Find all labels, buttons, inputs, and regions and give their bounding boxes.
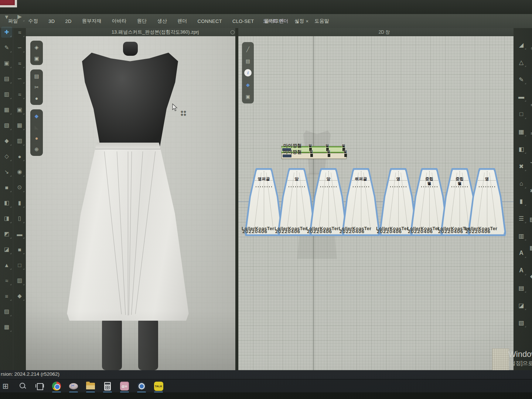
text-tool-icon[interactable]: A [516, 248, 527, 259]
tack-pin-icon[interactable]: ◇ [1, 151, 12, 162]
curve-edit-icon[interactable]: ≈ [14, 89, 25, 100]
task-view-button[interactable] [34, 381, 45, 392]
info-icon[interactable]: i [243, 68, 252, 77]
menu-item[interactable]: 원부자재 [77, 18, 107, 24]
avatar-head-icon[interactable]: ● [32, 133, 41, 143]
transform-pattern-icon[interactable]: ◢ [516, 39, 527, 50]
menu-item[interactable]: 도움말 [309, 18, 334, 24]
cloth-dark-icon[interactable]: ◣ [32, 122, 41, 132]
menu-item[interactable]: 2D [60, 18, 76, 24]
sew-scissors-icon[interactable]: ✂ [32, 82, 41, 92]
free-sewing-icon[interactable]: ▦ [1, 104, 12, 115]
fold-garment-icon[interactable]: ◪ [516, 300, 527, 311]
garment-fit-icon[interactable]: ▣ [1, 58, 12, 69]
arrange-garment-icon[interactable]: ■ [1, 182, 12, 193]
move-transform-icon[interactable]: ✚ [1, 27, 12, 38]
viewport-2d[interactable]: ╱▤i◆▣ 마이깡철 얼 얼 절 마이깡철 얼 얼 절 [238, 36, 514, 370]
menu-item[interactable]: 생산 [152, 18, 172, 24]
curve-smooth-icon[interactable]: ≈ [14, 58, 25, 69]
pin-garment-icon[interactable]: ▣ [32, 54, 41, 63]
calculator-icon[interactable] [102, 381, 113, 392]
ruler-icon[interactable]: ☰ [516, 213, 527, 224]
trace-pattern-icon[interactable]: □ [516, 109, 527, 120]
fit-mannequin-icon[interactable]: ▧ [1, 120, 12, 131]
pair-garment-icon[interactable]: ◧ [1, 197, 12, 208]
fabric-panel-icon[interactable]: ■ [14, 244, 25, 255]
zipper-icon[interactable]: ▮ [14, 197, 25, 208]
puller-icon[interactable]: ◆ [14, 290, 25, 301]
wave-stitch-icon[interactable]: ∽ [527, 157, 532, 168]
snipping-tool-icon[interactable] [68, 381, 79, 392]
texture-garment-icon[interactable]: ▦ [14, 120, 25, 131]
button-icon[interactable]: ● [14, 151, 25, 162]
zip-garment-icon[interactable]: ▨ [1, 306, 12, 317]
book-fold-icon[interactable]: ◨ [1, 213, 12, 224]
show-pattern-icon[interactable]: ▣ [243, 92, 252, 101]
start-button[interactable]: ⊞ [0, 381, 11, 392]
menu-item[interactable]: 수정 [23, 18, 44, 24]
pen-tool-icon[interactable]: ╱ [243, 45, 252, 54]
panel-divider[interactable] [235, 28, 238, 370]
fabric-2d-icon[interactable]: ◆ [243, 80, 252, 89]
segment-sewing-icon[interactable]: ▥ [1, 89, 12, 100]
menu-item[interactable]: 3D [43, 18, 60, 24]
sew-config-icon[interactable]: ✱ [527, 185, 532, 196]
gizmo-cube-icon[interactable]: ◈ [32, 42, 41, 52]
skirt-gore-pattern[interactable]: 앞 LollerKoasTer 20220406 [310, 169, 347, 235]
jacket-icon[interactable]: ◩ [1, 228, 12, 239]
render-tab[interactable]: 도식화 렌더 ↘ × [263, 14, 308, 28]
stitch-dots-icon[interactable]: ⋮ [527, 71, 532, 82]
menu-item[interactable]: CLO-SET [227, 18, 259, 24]
clo3d-icon[interactable] [136, 381, 147, 392]
comb-ruler-icon[interactable]: ▥ [516, 230, 527, 241]
knit-icon[interactable]: ◆ [527, 270, 532, 282]
pleat-panel-icon[interactable]: ▤ [516, 282, 527, 293]
sewing-machine-icon[interactable]: ▤ [1, 73, 12, 84]
show-garment-2d-icon[interactable]: ▤ [243, 57, 252, 65]
buttonhole-icon[interactable]: ◉ [14, 166, 25, 177]
dash-line-icon[interactable]: ≈ [527, 100, 532, 111]
title-option-icon[interactable] [231, 30, 235, 34]
pleat-stack-icon[interactable]: ▤ [527, 214, 532, 225]
grading-grid-icon[interactable]: ▦ [516, 126, 527, 137]
file-explorer-icon[interactable] [85, 381, 96, 392]
pen-curve-icon[interactable]: ✎ [1, 42, 12, 53]
pattern-dark-icon[interactable]: ▬ [516, 91, 527, 102]
export-fold-icon[interactable]: ↘ [1, 166, 12, 177]
curve-pin-icon[interactable]: ∽ [14, 73, 25, 84]
curve-tool-icon[interactable]: ≈ [14, 27, 25, 38]
lock-fastener-icon[interactable]: ⊙ [14, 182, 25, 193]
clone-pattern-icon[interactable]: ◧ [516, 143, 527, 154]
steamer-icon[interactable]: ▣ [14, 104, 25, 115]
zipper-alt-icon[interactable]: ▯ [14, 213, 25, 224]
unfold-cross-icon[interactable]: ✖ [516, 161, 527, 172]
simulate-icon[interactable]: ▼ [1, 11, 12, 22]
show-avatar-icon[interactable]: ● [32, 93, 41, 103]
zoom-icon[interactable]: ○ [527, 43, 532, 54]
collapse-icon[interactable]: ↘ [295, 18, 299, 24]
skirt-gore-pattern[interactable]: 앞 LollerKoasTer 20220406 [278, 169, 315, 235]
tshirt-icon[interactable]: ◪ [1, 244, 12, 255]
curve-cut-icon[interactable]: ∽ [14, 42, 25, 53]
zigzag-icon[interactable]: ≈ [527, 128, 532, 139]
menu-item[interactable]: 원단 [132, 18, 152, 24]
menu-item[interactable]: CONNECT [192, 18, 227, 24]
globe-icon[interactable]: ⊕ [32, 144, 41, 154]
viewport-3d[interactable]: ◈▣ ▤✂● ◆◣●⊕ ◆◆ ◆◆ [26, 36, 235, 370]
garment-lift-icon[interactable]: ▲ [1, 259, 12, 270]
edit-pattern-icon[interactable]: △ [516, 57, 527, 68]
zip-garment-alt-icon[interactable]: ▩ [1, 321, 12, 332]
fabric-roll-icon[interactable]: ▮ [516, 195, 527, 207]
kakaotalk-icon[interactable]: TALK [153, 381, 164, 392]
pattern-outline-icon[interactable]: ⌂ [516, 178, 527, 189]
texture-garment-alt-icon[interactable]: ▥ [14, 135, 25, 146]
search-button[interactable] [17, 381, 28, 392]
chrome-icon[interactable] [51, 381, 62, 392]
close-icon[interactable]: × [306, 18, 309, 24]
fabric-panel-alt-icon[interactable]: □ [14, 259, 25, 270]
capture-app-icon[interactable]: α+ [119, 381, 130, 392]
text-style-icon[interactable]: A [516, 265, 527, 276]
show-garment-icon[interactable]: ▤ [32, 71, 41, 81]
skirt-gore-pattern[interactable]: 쥐퍼골 LollerKoasTer 20220406 [342, 169, 379, 235]
menu-item[interactable]: 아바타 [107, 18, 132, 24]
